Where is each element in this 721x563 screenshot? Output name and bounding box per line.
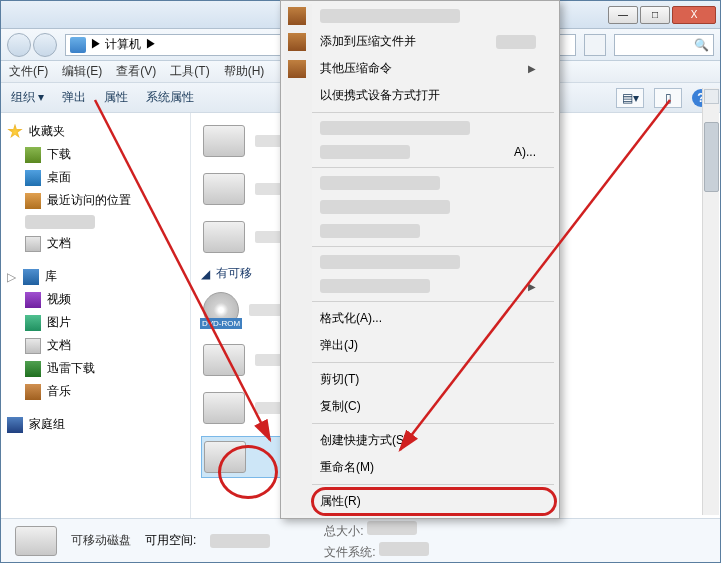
collapse-icon: ▷ [7,270,17,284]
ctx-properties[interactable]: 属性(R) [312,488,556,515]
vertical-scrollbar[interactable] [702,88,719,515]
library-icon [23,269,39,285]
archive-icon [288,33,306,51]
star-icon [7,124,23,140]
close-button[interactable]: X [672,6,716,24]
music-icon [25,384,41,400]
archive-icon [288,7,306,25]
menu-separator [312,423,554,424]
context-menu: 添加到压缩文件并 其他压缩命令▶ 以便携式设备方式打开 A)... ▶ 格式化(… [280,0,560,519]
ctx-eject[interactable]: 弹出(J) [312,332,556,359]
ctx-rename[interactable]: 重命名(M) [312,454,556,481]
sidebar: 收藏夹 下载 桌面 最近访问的位置 文档 ▷ 库 视频 图片 文档 迅雷下载 音… [1,113,191,518]
home-icon [7,417,23,433]
scroll-thumb[interactable] [704,122,719,192]
desktop-icon [25,170,41,186]
status-free-value [210,534,270,548]
sidebar-favorites[interactable]: 收藏夹 [7,123,184,140]
ctx-blur-item[interactable] [312,250,556,274]
ctx-blur-item[interactable]: ▶ [312,274,556,298]
view-mode-button[interactable]: ▤▾ [616,88,644,108]
sidebar-libraries[interactable]: ▷ 库 [7,268,184,285]
xunlei-icon [25,361,41,377]
status-fs-label: 文件系统: [324,545,375,559]
status-free-label: 可用空间: [145,532,196,549]
menu-tools[interactable]: 工具(T) [170,63,209,80]
menu-file[interactable]: 文件(F) [9,63,48,80]
ctx-blur-item[interactable] [312,171,556,195]
refresh-button[interactable] [584,34,606,56]
picture-icon [25,315,41,331]
maximize-button[interactable]: □ [640,6,670,24]
ctx-add-compress[interactable]: 添加到压缩文件并 [312,28,556,55]
menu-separator [312,484,554,485]
eject-button[interactable]: 弹出 [62,89,86,106]
drive-icon [203,392,245,424]
preview-pane-button[interactable]: ▯ [654,88,682,108]
menu-separator [312,362,554,363]
ctx-portable[interactable]: 以便携式设备方式打开 [312,82,556,109]
ctx-copy[interactable]: 复制(C) [312,393,556,420]
ctx-blur-item[interactable] [312,116,556,140]
sidebar-item-blur[interactable] [7,213,184,231]
archive-icon [288,60,306,78]
menu-separator [312,246,554,247]
ctx-blur-item[interactable] [312,219,556,243]
forward-button[interactable] [33,33,57,57]
recent-icon [25,193,41,209]
sidebar-item-documents[interactable]: 文档 [7,233,184,254]
sidebar-homegroup[interactable]: 家庭组 [7,416,184,433]
submenu-arrow-icon: ▶ [528,281,536,292]
menu-separator [312,301,554,302]
sidebar-item-desktop[interactable]: 桌面 [7,167,184,188]
organize-button[interactable]: 组织 ▾ [11,89,44,106]
sidebar-item-videos[interactable]: 视频 [7,289,184,310]
ctx-other-compress[interactable]: 其他压缩命令▶ [312,55,556,82]
sidebar-item-pictures[interactable]: 图片 [7,312,184,333]
scroll-up-button[interactable] [704,89,719,104]
ctx-format[interactable]: 格式化(A)... [312,305,556,332]
ctx-blur-item[interactable] [312,4,556,28]
drive-icon [203,221,245,253]
status-drive-icon [15,526,57,556]
download-icon [25,147,41,163]
search-box[interactable]: 🔍 [614,34,714,56]
sidebar-item-downloads[interactable]: 下载 [7,144,184,165]
ctx-blur-item[interactable]: A)... [312,140,556,164]
menu-view[interactable]: 查看(V) [116,63,156,80]
collapse-icon: ◢ [201,267,210,281]
ctx-cut[interactable]: 剪切(T) [312,366,556,393]
menu-separator [312,112,554,113]
properties-button[interactable]: 属性 [104,89,128,106]
doc-icon [25,236,41,252]
back-button[interactable] [7,33,31,57]
drive-icon [204,441,246,473]
minimize-button[interactable]: — [608,6,638,24]
ctx-blur-item[interactable] [312,195,556,219]
menu-edit[interactable]: 编辑(E) [62,63,102,80]
dvd-icon [203,292,239,328]
sidebar-item-documents2[interactable]: 文档 [7,335,184,356]
video-icon [25,292,41,308]
menu-help[interactable]: 帮助(H) [224,63,265,80]
drive-icon [203,344,245,376]
sidebar-item-music[interactable]: 音乐 [7,381,184,402]
doc-icon [25,338,41,354]
ctx-shortcut[interactable]: 创建快捷方式(S) [312,427,556,454]
sidebar-item-recent[interactable]: 最近访问的位置 [7,190,184,211]
computer-icon [70,37,86,53]
drive-icon [203,125,245,157]
submenu-arrow-icon: ▶ [528,63,536,74]
status-bar: 可移动磁盘 可用空间: 总大小: 文件系统: [1,518,720,562]
drive-icon [203,173,245,205]
menu-separator [312,167,554,168]
status-type: 可移动磁盘 [71,532,131,549]
system-properties-button[interactable]: 系统属性 [146,89,194,106]
sidebar-item-xunlei[interactable]: 迅雷下载 [7,358,184,379]
status-total-label: 总大小: [324,524,363,538]
search-icon: 🔍 [694,38,709,52]
